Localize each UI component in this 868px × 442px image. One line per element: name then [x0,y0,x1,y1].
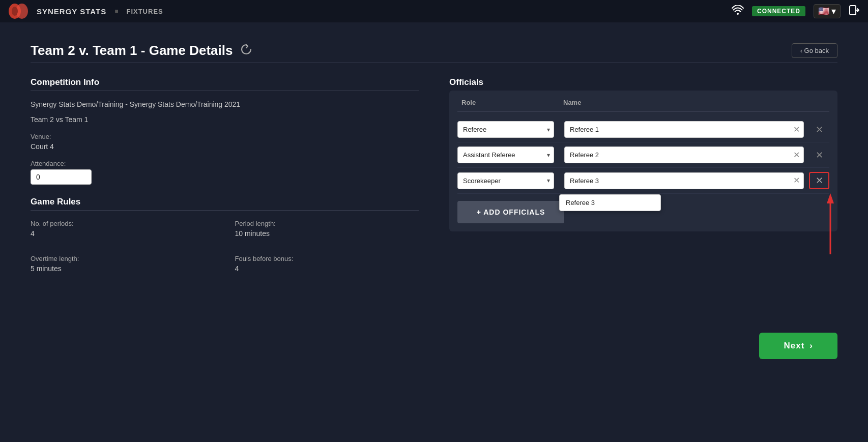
competition-name: Synergy Stats Demo/Training - Synergy St… [31,100,419,108]
overtime-value: 5 minutes [31,264,215,273]
period-length-group: Period length: 10 minutes [235,220,419,247]
venue-label: Venue: [31,133,419,140]
add-officials-button[interactable]: + ADD OFFICIALS [457,201,564,223]
fouls-label: Fouls before bonus: [235,255,419,262]
fouls-value: 4 [235,264,419,273]
name-clear-button-1[interactable]: ✕ [793,126,800,134]
wifi-icon [732,5,744,18]
role-select-wrapper-3: Referee Assistant Referee Scorekeeper [457,172,554,189]
rules-grid: No. of periods: 4 Period length: 10 minu… [31,220,419,282]
role-select-2[interactable]: Referee Assistant Referee Scorekeeper [457,146,554,163]
officials-title: Officials [449,77,837,87]
page-title-row: Team 2 v. Team 1 - Game Details [31,43,252,58]
logo-icon [8,3,28,19]
teams: Team 2 vs Team 1 [31,115,419,124]
officials-table: Role Name Referee Assistant Referee Scor… [449,91,837,231]
row-delete-button-2[interactable]: ✕ [809,148,829,163]
language-selector[interactable]: 🇺🇸 ▾ [814,4,841,18]
name-input-1[interactable] [564,121,804,138]
svg-marker-6 [827,193,834,203]
fouls-group: Fouls before bonus: 4 [235,255,419,282]
bottom-bar: Next › [0,322,868,364]
name-clear-button-3[interactable]: ✕ [793,176,800,185]
nav-fixtures: FIXTURES [126,8,163,15]
game-rules-title: Game Rules [31,197,419,207]
app-title: SYNERGY STATS [37,7,106,16]
venue-value: Court 4 [31,142,419,151]
official-row: Referee Assistant Referee Scorekeeper ✕ … [457,117,829,142]
name-input-3[interactable] [564,172,804,189]
name-clear-button-2[interactable]: ✕ [793,151,800,159]
periods-group: No. of periods: 4 [31,220,215,247]
svg-point-3 [737,13,739,15]
two-column-layout: Competition Info Synergy Stats Demo/Trai… [31,77,837,282]
game-rules-divider [31,210,419,211]
next-chevron-icon: › [809,341,813,351]
topbar-left: SYNERGY STATS ■ FIXTURES [8,3,163,19]
left-column: Competition Info Synergy Stats Demo/Trai… [31,77,419,282]
official-row: Referee Assistant Referee Scorekeeper ✕ … [457,142,829,168]
logout-icon[interactable] [849,5,860,18]
name-input-2[interactable] [564,146,804,163]
chevron-down-icon: ▾ [831,6,836,17]
page-header: Team 2 v. Team 1 - Game Details ‹ Go bac… [31,43,837,58]
next-button[interactable]: Next › [759,333,837,359]
topbar-right: CONNECTED 🇺🇸 ▾ [732,4,860,18]
name-input-wrapper-3: ✕ [564,172,804,189]
attendance-input[interactable] [31,169,92,185]
role-select-1[interactable]: Referee Assistant Referee Scorekeeper [457,121,554,138]
role-select-wrapper-2: Referee Assistant Referee Scorekeeper [457,146,554,163]
nav-separator: ■ [114,8,118,15]
connected-badge: CONNECTED [752,6,805,16]
attendance-label: Attendance: [31,160,419,167]
periods-value: 4 [31,229,215,238]
autocomplete-suggestion[interactable]: Referee 3 [559,194,661,211]
official-row: Referee Assistant Referee Scorekeeper ✕ … [457,168,829,194]
name-header: Name [563,99,805,106]
row-delete-button-1[interactable]: ✕ [809,122,829,137]
periods-label: No. of periods: [31,220,215,227]
red-arrow-indicator [825,193,835,261]
overtime-label: Overtime length: [31,255,215,262]
name-input-wrapper-1: ✕ [564,121,804,138]
refresh-button[interactable] [241,44,252,57]
role-select-wrapper: Referee Assistant Referee Scorekeeper [457,121,554,138]
next-label: Next [784,341,804,351]
game-rules-section: Game Rules No. of periods: 4 Period leng… [31,197,419,282]
role-select-3[interactable]: Referee Assistant Referee Scorekeeper [457,172,554,189]
period-length-value: 10 minutes [235,229,419,238]
flag-icon: 🇺🇸 [818,6,829,17]
name-input-wrapper-2: ✕ [564,146,804,163]
right-column: Officials Role Name Referee Assistant Re… [449,77,837,231]
officials-header: Role Name [457,99,829,112]
competition-info-title: Competition Info [31,77,419,87]
main-content: Team 2 v. Team 1 - Game Details ‹ Go bac… [0,22,868,292]
svg-rect-4 [850,6,856,15]
competition-divider [31,91,419,91]
competition-info-section: Competition Info Synergy Stats Demo/Trai… [31,77,419,185]
overtime-group: Overtime length: 5 minutes [31,255,215,282]
topbar: SYNERGY STATS ■ FIXTURES CONNECTED 🇺🇸 ▾ [0,0,868,22]
header-divider [31,63,837,63]
row-delete-button-3[interactable]: ✕ [809,172,829,189]
go-back-button[interactable]: ‹ Go back [792,43,837,58]
page-title: Team 2 v. Team 1 - Game Details [31,43,233,58]
role-header: Role [461,99,563,106]
period-length-label: Period length: [235,220,419,227]
svg-point-2 [12,7,18,16]
